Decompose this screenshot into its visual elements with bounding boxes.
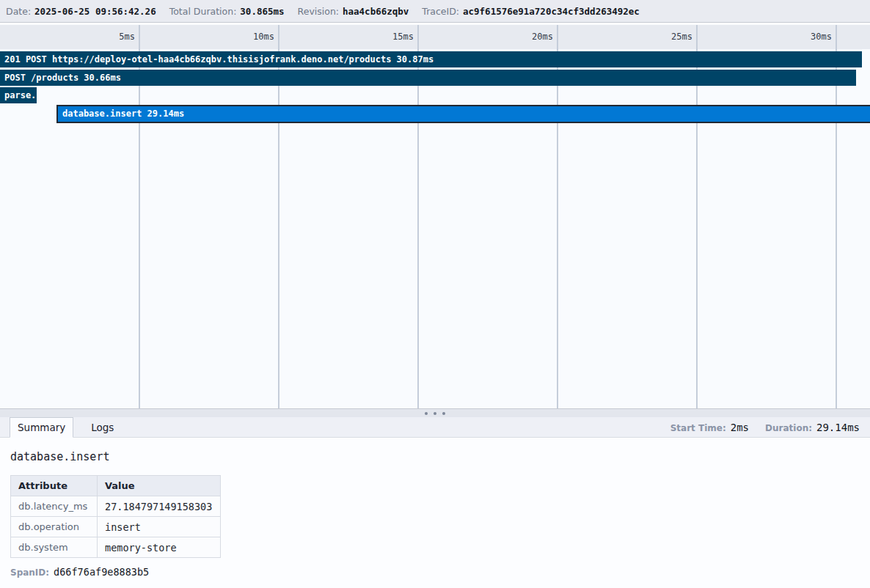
attribute-value: insert: [98, 517, 221, 537]
resize-handle-dot: [442, 412, 445, 415]
span-attributes-table: Attribute Value db.latency_ms27.18479714…: [10, 475, 221, 558]
attribute-value: 27.184797149158303: [98, 496, 221, 517]
panel-resize-handle[interactable]: [0, 408, 870, 417]
span-id-value: d66f76af9e8883b5: [54, 566, 149, 578]
start-time-value: 2ms: [731, 422, 749, 433]
resize-handle-dot: [425, 412, 428, 415]
attribute-row: db.latency_ms27.184797149158303: [11, 496, 221, 517]
span-timing-stats: Start Time: 2ms Duration: 29.14ms: [670, 417, 870, 437]
total-duration-label: Total Duration:: [169, 6, 237, 17]
attribute-value: memory-store: [98, 537, 221, 558]
revision-label: Revision:: [298, 6, 339, 17]
span-bar-selected[interactable]: database.insert 29.14ms: [56, 105, 870, 123]
span-id-label: SpanID:: [10, 567, 49, 578]
attribute-name: db.operation: [11, 517, 98, 537]
date-label: Date:: [6, 6, 31, 17]
attribute-row: db.operationinsert: [11, 517, 221, 537]
summary-panel: database.insert Attribute Value db.laten…: [0, 438, 870, 588]
axis-tick-label: 25ms: [641, 32, 692, 42]
trace-date: Date: 2025-06-25 09:56:42.26: [6, 6, 156, 17]
attribute-row: db.systemmemory-store: [11, 537, 221, 558]
axis-tick-label: 5ms: [84, 32, 135, 42]
trace-revision: Revision: haa4cb66zqbv: [298, 6, 409, 17]
total-duration-value: 30.865ms: [240, 6, 284, 17]
span-waterfall: 5ms10ms15ms20ms25ms30ms201 POST https://…: [0, 25, 870, 408]
revision-value: haa4cb66zqbv: [343, 6, 409, 17]
tab-summary[interactable]: Summary: [10, 417, 73, 438]
span-id-line: SpanID: d66f76af9e8883b5: [10, 566, 860, 578]
detail-tabbar: SummaryLogs Start Time: 2ms Duration: 29…: [0, 417, 870, 438]
attributes-header-row: Attribute Value: [11, 476, 221, 496]
span-bar[interactable]: POST /products 30.66ms: [0, 70, 856, 86]
trace-id: TraceID: ac9f61576e91a720c34cf3dd263492e…: [422, 6, 640, 17]
tab-logs[interactable]: Logs: [84, 417, 121, 437]
span-bar[interactable]: 201 POST https://deploy-otel-haa4cb66zqb…: [0, 51, 862, 67]
resize-handle-dot: [434, 412, 436, 415]
duration-label: Duration:: [765, 423, 812, 433]
axis-tick-label: 10ms: [223, 32, 274, 42]
selected-span-name: database.insert: [10, 450, 860, 463]
attribute-name: db.latency_ms: [11, 496, 98, 517]
axis-tick-label: 15ms: [362, 32, 414, 42]
date-value: 2025-06-25 09:56:42.26: [34, 6, 156, 17]
trace-total-duration: Total Duration: 30.865ms: [169, 6, 285, 17]
axis-tick-label: 20ms: [502, 32, 553, 42]
trace-id-value: ac9f61576e91a720c34cf3dd263492ec: [463, 6, 640, 17]
duration-value: 29.14ms: [816, 422, 860, 433]
attribute-column-header: Attribute: [11, 476, 98, 496]
axis-tick-label: 30ms: [781, 32, 832, 42]
trace-id-label: TraceID:: [422, 6, 459, 17]
trace-info-bar: Date: 2025-06-25 09:56:42.26 Total Durat…: [0, 0, 870, 23]
start-time-label: Start Time:: [670, 423, 726, 433]
value-column-header: Value: [98, 476, 221, 496]
span-bar[interactable]: parse.: [0, 87, 37, 103]
trace-viewer: Date: 2025-06-25 09:56:42.26 Total Durat…: [0, 0, 870, 588]
attribute-name: db.system: [11, 537, 98, 558]
duration-stat: Duration: 29.14ms: [765, 422, 860, 433]
detail-tabs: SummaryLogs: [10, 417, 121, 437]
start-time-stat: Start Time: 2ms: [670, 422, 749, 433]
